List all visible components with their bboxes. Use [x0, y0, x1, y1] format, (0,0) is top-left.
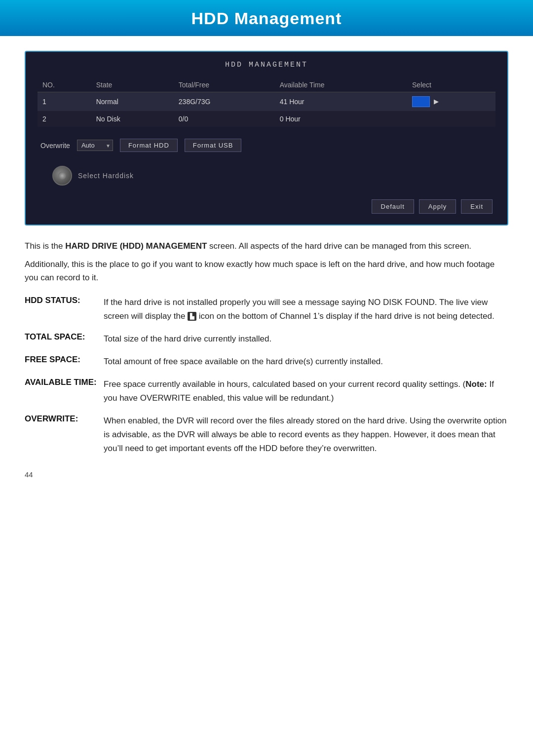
- term-overwrite: OVERWRITE: When enabled, the DVR will re…: [25, 414, 508, 455]
- controls-row: Overwrite Auto Manual Format HDD Format …: [38, 139, 495, 152]
- term-available-time: AVAILABLE TIME: Free space currently ava…: [25, 378, 508, 405]
- apply-button[interactable]: Apply: [419, 199, 457, 214]
- row1-avail-time: 41 Hour: [275, 92, 407, 112]
- term-desc-overwrite: When enabled, the DVR will record over t…: [104, 414, 508, 455]
- intro-paragraph-1: This is the HARD DRIVE (HDD) MANAGEMENT …: [25, 239, 508, 253]
- row1-no: 1: [38, 92, 91, 112]
- term-label-hdd-status: HDD STATUS:: [25, 296, 104, 305]
- hdd-table: NO. State Total/Free Available Time Sele…: [38, 78, 495, 127]
- page-title: HDD Management: [0, 9, 533, 28]
- row2-select: [407, 111, 495, 127]
- row2-avail-time: 0 Hour: [275, 111, 407, 127]
- hdd-inline-icon: ▙: [188, 312, 196, 321]
- default-button[interactable]: Default: [372, 199, 414, 214]
- table-row: 2 No Disk 0/0 0 Hour: [38, 111, 495, 127]
- term-label-free-space: FREE SPACE:: [25, 355, 104, 365]
- overwrite-label: Overwrite: [40, 142, 70, 150]
- col-select: Select: [407, 78, 495, 92]
- row1-select[interactable]: ▶: [407, 92, 495, 112]
- term-desc-available-time: Free space currently available in hours,…: [104, 378, 508, 405]
- page-number: 44: [25, 470, 508, 479]
- row1-state: Normal: [91, 92, 174, 112]
- hdd-screen-title: HDD MANAGEMENT: [38, 61, 495, 69]
- hdd-disk-icon: [52, 166, 72, 186]
- term-total-space: TOTAL SPACE: Total size of the hard driv…: [25, 332, 508, 346]
- hdd-screen-box: HDD MANAGEMENT NO. State Total/Free Avai…: [25, 51, 508, 226]
- row2-total-free: 0/0: [174, 111, 275, 127]
- term-hdd-status: HDD STATUS: If the hard drive is not ins…: [25, 296, 508, 323]
- exit-button[interactable]: Exit: [461, 199, 493, 214]
- harddisk-row: Select Harddisk: [38, 166, 495, 186]
- term-label-overwrite: OVERWRITE:: [25, 414, 104, 424]
- note-bold: Note:: [465, 379, 487, 389]
- row1-total-free: 238G/73G: [174, 92, 275, 112]
- term-free-space: FREE SPACE: Total amount of free space a…: [25, 355, 508, 369]
- select-harddisk-label: Select Harddisk: [78, 172, 134, 180]
- select-checkbox-1[interactable]: [412, 96, 430, 107]
- bottom-buttons: Default Apply Exit: [38, 199, 495, 214]
- select-arrow-icon: ▶: [434, 98, 439, 105]
- term-desc-free-space: Total amount of free space available on …: [104, 355, 383, 369]
- format-hdd-button[interactable]: Format HDD: [120, 139, 178, 152]
- col-no: NO.: [38, 78, 91, 92]
- row2-no: 2: [38, 111, 91, 127]
- description-section: This is the HARD DRIVE (HDD) MANAGEMENT …: [25, 239, 508, 285]
- term-label-available-time: AVAILABLE TIME:: [25, 378, 104, 387]
- col-avail-time: Available Time: [275, 78, 407, 92]
- title-banner: HDD Management: [0, 0, 533, 36]
- hdd-mgmt-bold: HARD DRIVE (HDD) MANAGEMENT: [65, 241, 207, 251]
- table-row: 1 Normal 238G/73G 41 Hour ▶: [38, 92, 495, 112]
- terms-list: HDD STATUS: If the hard drive is not ins…: [25, 296, 508, 455]
- intro-paragraph-2: Additionally, this is the place to go if…: [25, 258, 508, 284]
- term-desc-total-space: Total size of the hard drive currently i…: [104, 332, 271, 346]
- row2-state: No Disk: [91, 111, 174, 127]
- overwrite-select[interactable]: Auto Manual: [77, 140, 113, 151]
- term-desc-hdd-status: If the hard drive is not installed prope…: [104, 296, 508, 323]
- col-state: State: [91, 78, 174, 92]
- overwrite-select-wrapper[interactable]: Auto Manual: [77, 140, 113, 151]
- hdd-disk-inner: [58, 172, 66, 180]
- term-label-total-space: TOTAL SPACE:: [25, 332, 104, 342]
- format-usb-button[interactable]: Format USB: [185, 139, 242, 152]
- col-total-free: Total/Free: [174, 78, 275, 92]
